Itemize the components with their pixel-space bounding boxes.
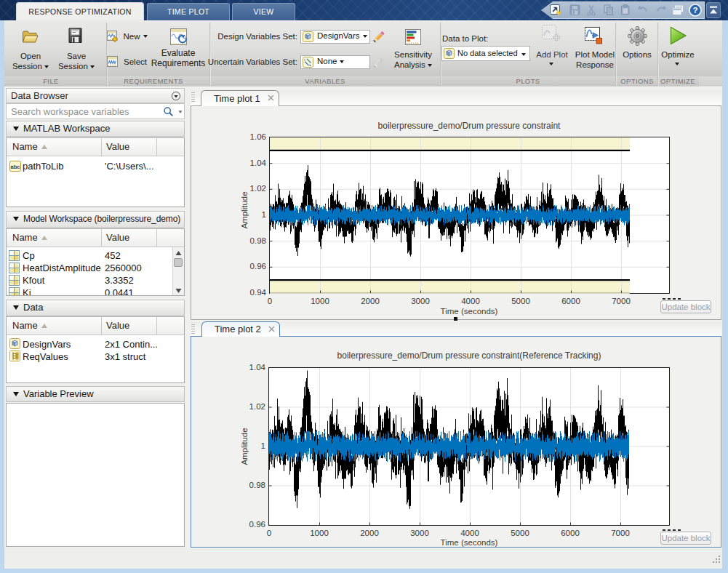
svg-text:?: ? bbox=[692, 6, 697, 15]
svg-text:abc: abc bbox=[11, 164, 20, 170]
